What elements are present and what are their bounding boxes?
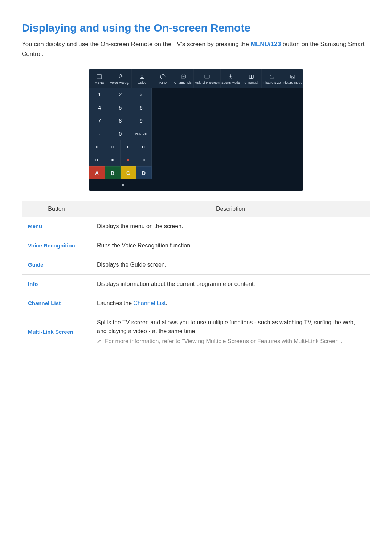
top-label: Channel List bbox=[174, 81, 192, 85]
key-play[interactable] bbox=[121, 140, 136, 153]
top-picture-mode-button[interactable]: Picture Mode bbox=[282, 69, 303, 88]
row-description: Displays the Guide screen. bbox=[91, 255, 370, 275]
svg-marker-29 bbox=[127, 146, 129, 148]
mls-desc-main: Splits the TV screen and allows you to u… bbox=[97, 318, 364, 336]
key-rewind[interactable] bbox=[89, 140, 105, 153]
note-icon bbox=[97, 338, 102, 343]
top-voice-button[interactable]: Voice Recog… bbox=[110, 69, 132, 88]
row-description: Displays information about the current p… bbox=[91, 275, 370, 294]
intro-keyword: MENU/123 bbox=[251, 41, 281, 48]
row-description: Splits the TV screen and allows you to u… bbox=[91, 313, 370, 351]
svg-marker-31 bbox=[144, 146, 145, 148]
picture-size-icon bbox=[269, 74, 275, 80]
intro-text: You can display and use the On-screen Re… bbox=[22, 39, 370, 59]
svg-marker-26 bbox=[97, 146, 98, 148]
top-label: Multi Link Screen bbox=[195, 81, 220, 85]
key-stop[interactable] bbox=[105, 153, 121, 166]
table-row: Guide Displays the Guide screen. bbox=[22, 255, 370, 275]
row-button-name: Menu bbox=[22, 217, 91, 236]
table-row: Voice Recognition Runs the Voice Recogni… bbox=[22, 236, 370, 255]
row-button-name: Channel List bbox=[22, 294, 91, 313]
top-multilink-button[interactable]: Multi Link Screen bbox=[194, 69, 221, 88]
onscreen-remote-figure: MENU Voice Recog… Guide INFO Channel Lis… bbox=[89, 69, 303, 191]
key-pause[interactable] bbox=[105, 140, 121, 153]
info-icon bbox=[160, 74, 166, 80]
remote-keypad: 1 2 3 4 5 6 7 8 9 - 0 PRE-CH bbox=[89, 88, 152, 191]
svg-point-24 bbox=[291, 76, 292, 77]
svg-rect-2 bbox=[120, 75, 122, 78]
row-button-name: Voice Recognition bbox=[22, 236, 91, 255]
play-icon bbox=[126, 145, 130, 149]
top-label: MENU bbox=[95, 81, 105, 85]
key-2[interactable]: 2 bbox=[110, 88, 131, 101]
svg-rect-28 bbox=[113, 146, 114, 148]
top-guide-button[interactable]: Guide bbox=[132, 69, 152, 88]
key-6[interactable]: 6 bbox=[131, 101, 152, 114]
top-sports-button[interactable]: Sports Mode bbox=[221, 69, 241, 88]
key-9[interactable]: 9 bbox=[131, 114, 152, 127]
svg-rect-32 bbox=[96, 159, 96, 161]
top-emanual-button[interactable]: e-Manual bbox=[241, 69, 262, 88]
picture-mode-icon bbox=[290, 74, 296, 80]
page-title: Displaying and using the On-screen Remot… bbox=[22, 22, 370, 34]
key-next[interactable] bbox=[136, 153, 152, 166]
top-label: e-Manual bbox=[245, 81, 258, 85]
key-collapse[interactable] bbox=[89, 179, 152, 191]
desc-before: Launches the bbox=[97, 300, 134, 306]
key-1[interactable]: 1 bbox=[89, 88, 110, 101]
table-row: Info Displays information about the curr… bbox=[22, 275, 370, 294]
collapse-arrow-icon bbox=[117, 183, 124, 187]
svg-point-35 bbox=[127, 159, 129, 161]
svg-marker-25 bbox=[95, 146, 97, 148]
svg-rect-34 bbox=[112, 159, 114, 161]
remote-empty-area bbox=[152, 88, 303, 191]
key-prev[interactable] bbox=[89, 153, 105, 166]
th-description: Description bbox=[91, 201, 370, 217]
key-5[interactable]: 5 bbox=[110, 101, 131, 114]
top-channel-list-button[interactable]: Channel List bbox=[173, 69, 194, 88]
key-color-b[interactable]: B bbox=[105, 166, 121, 179]
top-label: Picture Mode bbox=[283, 81, 302, 85]
top-label: Guide bbox=[138, 81, 146, 85]
top-label: Picture Size bbox=[263, 81, 281, 85]
key-8[interactable]: 8 bbox=[110, 114, 131, 127]
row-button-name: Info bbox=[22, 275, 91, 294]
desc-after: . bbox=[166, 300, 167, 306]
svg-point-10 bbox=[163, 76, 163, 76]
key-color-a[interactable]: A bbox=[89, 166, 105, 179]
guide-icon bbox=[139, 74, 145, 80]
record-icon bbox=[126, 158, 130, 162]
key-color-d[interactable]: D bbox=[136, 166, 152, 179]
key-4[interactable]: 4 bbox=[89, 101, 110, 114]
key-color-c[interactable]: C bbox=[121, 166, 136, 179]
svg-rect-27 bbox=[112, 146, 113, 148]
top-info-button[interactable]: INFO bbox=[152, 69, 173, 88]
skip-next-icon bbox=[142, 158, 146, 162]
table-row: Multi-Link Screen Splits the TV screen a… bbox=[22, 313, 370, 351]
sports-icon bbox=[228, 74, 234, 80]
key-forward[interactable] bbox=[136, 140, 152, 153]
intro-before: You can display and use the On-screen Re… bbox=[22, 41, 251, 48]
top-menu-button[interactable]: MENU bbox=[89, 69, 110, 88]
svg-point-19 bbox=[230, 75, 231, 76]
rewind-icon bbox=[95, 145, 99, 149]
top-label: INFO bbox=[159, 81, 167, 85]
key-record[interactable] bbox=[121, 153, 136, 166]
key-dash[interactable]: - bbox=[89, 127, 110, 140]
key-3[interactable]: 3 bbox=[131, 88, 152, 101]
svg-rect-11 bbox=[181, 75, 185, 79]
key-prech[interactable]: PRE-CH bbox=[131, 127, 152, 140]
row-button-name: Multi-Link Screen bbox=[22, 313, 91, 351]
key-7[interactable]: 7 bbox=[89, 114, 110, 127]
table-row: Channel List Launches the Channel List. bbox=[22, 294, 370, 313]
top-label: Sports Mode bbox=[221, 81, 240, 85]
stop-icon bbox=[110, 158, 115, 162]
remote-top-row: MENU Voice Recog… Guide INFO Channel Lis… bbox=[89, 69, 303, 88]
channel-list-link[interactable]: Channel List bbox=[134, 300, 166, 306]
skip-prev-icon bbox=[95, 158, 99, 162]
key-0[interactable]: 0 bbox=[110, 127, 131, 140]
pause-icon bbox=[110, 145, 115, 149]
row-button-name: Guide bbox=[22, 255, 91, 275]
channel-list-icon bbox=[180, 74, 187, 80]
top-picture-size-button[interactable]: Picture Size bbox=[262, 69, 282, 88]
